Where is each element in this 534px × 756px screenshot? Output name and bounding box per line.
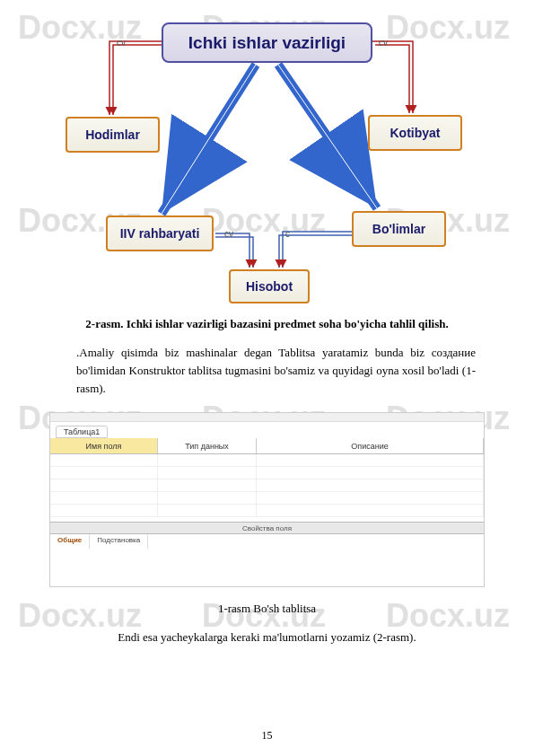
figure-caption-1: 1-rasm Bo'sh tablitsa: [36, 602, 498, 616]
node-hisobot: Hisobot: [229, 269, 310, 303]
table-header-row: Имя поля Тип данных Описание: [50, 438, 484, 454]
column-header-desc: Описание: [257, 438, 484, 453]
paragraph-1: .Amaliy qisimda biz mashinalar degan Tab…: [76, 344, 476, 398]
node-hodimlar: Hodimlar: [66, 117, 160, 153]
properties-splitter: Свойства поля: [50, 522, 484, 534]
table-empty-rows: [50, 454, 484, 522]
node-bolimlar: Bo'limlar: [352, 211, 446, 247]
figure-caption-2: 2-rasm. Ichki ishlar vazirligi bazasini …: [36, 317, 498, 331]
table-designer-screenshot: Таблица1 Имя поля Тип данных Описание Св…: [49, 412, 485, 587]
connector-label: c: [285, 229, 290, 239]
connector-label: cv: [224, 229, 233, 239]
node-kotibyat: Kotibyat: [368, 115, 462, 151]
page-number: 15: [0, 729, 534, 743]
paragraph-2: Endi esa yacheykalarga keraki ma'lumotla…: [58, 629, 476, 646]
column-header-type: Тип данных: [158, 438, 257, 453]
tab-general: Общие: [50, 534, 90, 549]
tab-lookup: Подстановка: [90, 534, 148, 549]
properties-tabs: Общие Подстановка: [50, 534, 484, 549]
node-ichki-ishlar: Ichki ishlar vazirligi: [162, 22, 372, 63]
table-tab: Таблица1: [56, 426, 108, 438]
org-chart-diagram: Ichki ishlar vazirligi Hodimlar Kotibyat…: [0, 0, 534, 310]
column-header-name: Имя поля: [50, 438, 158, 453]
connector-label: cv: [379, 38, 388, 48]
connector-label: cv: [117, 38, 126, 48]
node-rahbaryati: IIV rahbaryati: [106, 215, 214, 251]
